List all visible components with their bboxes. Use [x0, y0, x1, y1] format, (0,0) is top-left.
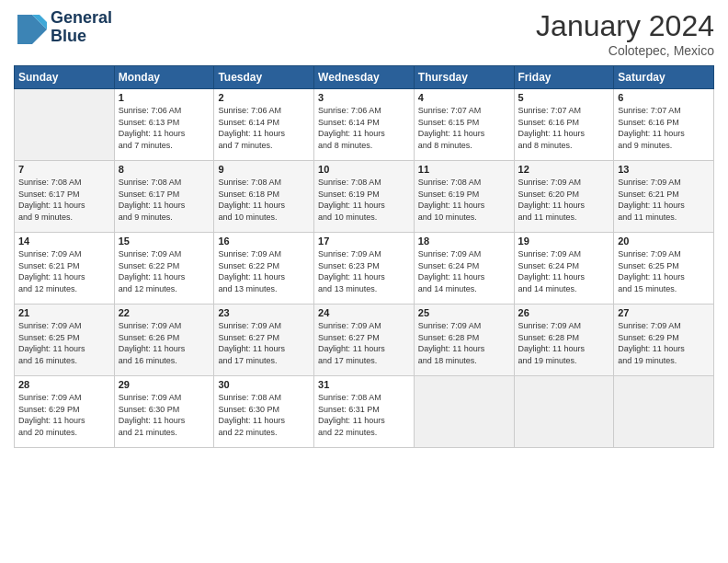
day-info: Sunrise: 7:09 AM Sunset: 6:22 PM Dayligh…: [119, 248, 210, 294]
day-info: Sunrise: 7:08 AM Sunset: 6:19 PM Dayligh…: [318, 177, 410, 223]
calendar-cell: 23Sunrise: 7:09 AM Sunset: 6:27 PM Dayli…: [214, 304, 314, 376]
calendar-cell: 29Sunrise: 7:09 AM Sunset: 6:30 PM Dayli…: [114, 376, 214, 448]
day-number: 13: [618, 164, 710, 175]
location: Colotepec, Mexico: [536, 43, 714, 58]
day-info: Sunrise: 7:06 AM Sunset: 6:14 PM Dayligh…: [318, 105, 410, 151]
day-number: 9: [218, 164, 310, 175]
day-info: Sunrise: 7:09 AM Sunset: 6:25 PM Dayligh…: [18, 320, 110, 366]
calendar-cell: 9Sunrise: 7:08 AM Sunset: 6:18 PM Daylig…: [214, 161, 314, 233]
calendar-week-row: 14Sunrise: 7:09 AM Sunset: 6:21 PM Dayli…: [15, 233, 714, 304]
day-number: 3: [318, 92, 410, 103]
calendar-cell: 30Sunrise: 7:08 AM Sunset: 6:30 PM Dayli…: [214, 376, 314, 448]
calendar-cell: 11Sunrise: 7:08 AM Sunset: 6:19 PM Dayli…: [414, 161, 514, 233]
calendar-cell: 10Sunrise: 7:08 AM Sunset: 6:19 PM Dayli…: [314, 161, 415, 233]
calendar-cell: 13Sunrise: 7:09 AM Sunset: 6:21 PM Dayli…: [614, 161, 714, 233]
day-number: 27: [618, 307, 710, 318]
month-title: January 2024: [536, 9, 714, 43]
day-info: Sunrise: 7:07 AM Sunset: 6:16 PM Dayligh…: [618, 105, 710, 151]
day-number: 18: [418, 236, 510, 247]
day-number: 16: [218, 236, 310, 247]
day-number: 31: [318, 379, 410, 390]
day-number: 28: [18, 379, 110, 390]
day-info: Sunrise: 7:09 AM Sunset: 6:22 PM Dayligh…: [218, 248, 310, 294]
calendar-cell: 6Sunrise: 7:07 AM Sunset: 6:16 PM Daylig…: [614, 89, 714, 161]
day-info: Sunrise: 7:09 AM Sunset: 6:27 PM Dayligh…: [318, 320, 410, 366]
day-number: 26: [518, 307, 610, 318]
day-number: 5: [518, 92, 610, 103]
day-number: 12: [518, 164, 610, 175]
day-number: 29: [119, 379, 210, 390]
calendar-table: SundayMondayTuesdayWednesdayThursdayFrid…: [14, 65, 714, 448]
logo-line1: General: [51, 8, 112, 27]
day-number: 24: [318, 307, 410, 318]
day-info: Sunrise: 7:09 AM Sunset: 6:23 PM Dayligh…: [318, 248, 410, 294]
day-number: 22: [119, 307, 210, 318]
calendar-cell: 3Sunrise: 7:06 AM Sunset: 6:14 PM Daylig…: [314, 89, 415, 161]
day-number: 14: [18, 236, 110, 247]
day-info: Sunrise: 7:08 AM Sunset: 6:31 PM Dayligh…: [318, 392, 410, 438]
day-info: Sunrise: 7:09 AM Sunset: 6:27 PM Dayligh…: [218, 320, 310, 366]
calendar-cell: 8Sunrise: 7:08 AM Sunset: 6:17 PM Daylig…: [114, 161, 214, 233]
calendar-cell: 22Sunrise: 7:09 AM Sunset: 6:26 PM Dayli…: [114, 304, 214, 376]
day-number: 19: [518, 236, 610, 247]
logo: General Blue: [14, 9, 112, 46]
day-info: Sunrise: 7:09 AM Sunset: 6:29 PM Dayligh…: [18, 392, 110, 438]
logo-text: General Blue: [51, 9, 112, 46]
day-number: 6: [618, 92, 710, 103]
day-number: 7: [18, 164, 110, 175]
calendar-cell: [414, 376, 514, 448]
calendar-cell: 14Sunrise: 7:09 AM Sunset: 6:21 PM Dayli…: [15, 233, 115, 304]
calendar-cell: 5Sunrise: 7:07 AM Sunset: 6:16 PM Daylig…: [514, 89, 614, 161]
day-number: 2: [218, 92, 310, 103]
calendar-cell: 25Sunrise: 7:09 AM Sunset: 6:28 PM Dayli…: [414, 304, 514, 376]
header: General Blue January 2024 Colotepec, Mex…: [14, 9, 714, 58]
weekday-header: Tuesday: [214, 66, 314, 89]
calendar-cell: 18Sunrise: 7:09 AM Sunset: 6:24 PM Dayli…: [414, 233, 514, 304]
calendar-cell: 12Sunrise: 7:09 AM Sunset: 6:20 PM Dayli…: [514, 161, 614, 233]
day-info: Sunrise: 7:09 AM Sunset: 6:25 PM Dayligh…: [618, 248, 710, 294]
day-info: Sunrise: 7:09 AM Sunset: 6:24 PM Dayligh…: [518, 248, 610, 294]
calendar-cell: 1Sunrise: 7:06 AM Sunset: 6:13 PM Daylig…: [114, 89, 214, 161]
calendar-cell: 17Sunrise: 7:09 AM Sunset: 6:23 PM Dayli…: [314, 233, 415, 304]
calendar-week-row: 7Sunrise: 7:08 AM Sunset: 6:17 PM Daylig…: [15, 161, 714, 233]
day-number: 30: [218, 379, 310, 390]
logo-line2: Blue: [51, 27, 86, 45]
calendar-week-row: 1Sunrise: 7:06 AM Sunset: 6:13 PM Daylig…: [15, 89, 714, 161]
weekday-header: Wednesday: [314, 66, 415, 89]
weekday-header: Sunday: [15, 66, 115, 89]
day-info: Sunrise: 7:08 AM Sunset: 6:17 PM Dayligh…: [119, 177, 210, 223]
day-info: Sunrise: 7:08 AM Sunset: 6:17 PM Dayligh…: [18, 177, 110, 223]
calendar-cell: [614, 376, 714, 448]
title-block: January 2024 Colotepec, Mexico: [536, 9, 714, 58]
day-info: Sunrise: 7:09 AM Sunset: 6:24 PM Dayligh…: [418, 248, 510, 294]
calendar-cell: 7Sunrise: 7:08 AM Sunset: 6:17 PM Daylig…: [15, 161, 115, 233]
calendar-cell: 19Sunrise: 7:09 AM Sunset: 6:24 PM Dayli…: [514, 233, 614, 304]
calendar-week-row: 28Sunrise: 7:09 AM Sunset: 6:29 PM Dayli…: [15, 376, 714, 448]
calendar-cell: 27Sunrise: 7:09 AM Sunset: 6:29 PM Dayli…: [614, 304, 714, 376]
day-info: Sunrise: 7:06 AM Sunset: 6:13 PM Dayligh…: [119, 105, 210, 151]
day-number: 17: [318, 236, 410, 247]
calendar-cell: [514, 376, 614, 448]
day-number: 23: [218, 307, 310, 318]
calendar-cell: 26Sunrise: 7:09 AM Sunset: 6:28 PM Dayli…: [514, 304, 614, 376]
day-info: Sunrise: 7:08 AM Sunset: 6:18 PM Dayligh…: [218, 177, 310, 223]
day-number: 25: [418, 307, 510, 318]
weekday-header: Saturday: [614, 66, 714, 89]
weekday-header: Thursday: [414, 66, 514, 89]
day-number: 10: [318, 164, 410, 175]
day-number: 21: [18, 307, 110, 318]
calendar-cell: 4Sunrise: 7:07 AM Sunset: 6:15 PM Daylig…: [414, 89, 514, 161]
day-info: Sunrise: 7:06 AM Sunset: 6:14 PM Dayligh…: [218, 105, 310, 151]
day-info: Sunrise: 7:09 AM Sunset: 6:28 PM Dayligh…: [518, 320, 610, 366]
calendar-cell: 16Sunrise: 7:09 AM Sunset: 6:22 PM Dayli…: [214, 233, 314, 304]
day-info: Sunrise: 7:09 AM Sunset: 6:29 PM Dayligh…: [618, 320, 710, 366]
calendar-cell: 28Sunrise: 7:09 AM Sunset: 6:29 PM Dayli…: [15, 376, 115, 448]
day-info: Sunrise: 7:09 AM Sunset: 6:21 PM Dayligh…: [618, 177, 710, 223]
day-info: Sunrise: 7:09 AM Sunset: 6:28 PM Dayligh…: [418, 320, 510, 366]
calendar-cell: 24Sunrise: 7:09 AM Sunset: 6:27 PM Dayli…: [314, 304, 415, 376]
day-info: Sunrise: 7:09 AM Sunset: 6:30 PM Dayligh…: [119, 392, 210, 438]
day-number: 20: [618, 236, 710, 247]
day-info: Sunrise: 7:09 AM Sunset: 6:21 PM Dayligh…: [18, 248, 110, 294]
page-container: General Blue January 2024 Colotepec, Mex…: [0, 0, 728, 457]
weekday-header: Friday: [514, 66, 614, 89]
